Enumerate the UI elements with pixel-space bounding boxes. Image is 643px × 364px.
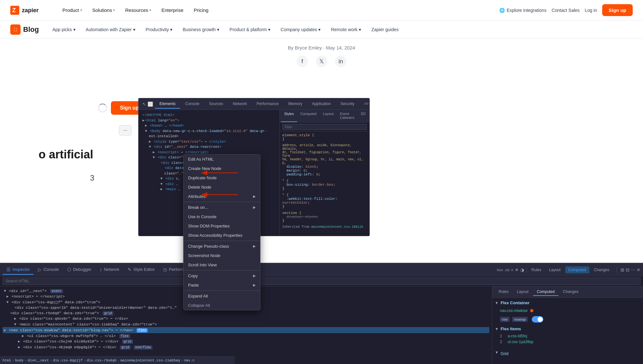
blog-nav-zapier-guides[interactable]: Zapier guides xyxy=(367,24,403,35)
blog-nav-productivity[interactable]: Productivity ▾ xyxy=(141,24,177,35)
tab-inspector[interactable]: ☰ Inspector xyxy=(3,265,33,275)
tab-style-editor[interactable]: ✎ Style Editor xyxy=(124,265,158,275)
ctx-edit-as-html[interactable]: Edit As HTML xyxy=(184,155,260,164)
flex-container-label: Flex Container xyxy=(501,300,530,305)
html-search-input[interactable] xyxy=(3,278,640,285)
blog-nav-business[interactable]: Business growth ▾ xyxy=(178,24,224,35)
tab-rules[interactable]: Rules xyxy=(528,266,545,273)
tab-application[interactable]: Application xyxy=(307,100,335,109)
nav-solutions[interactable]: Solutions ▾ xyxy=(88,5,119,15)
ctx-scroll-into-view[interactable]: Scroll Into View xyxy=(184,260,260,270)
tab-computed-right[interactable]: Computed xyxy=(533,288,558,296)
devtools-cursor-icon[interactable]: ↖ xyxy=(142,102,146,107)
flex-items-label: Flex Items xyxy=(501,326,521,331)
html-line: ▶ <div class="css-q6osbr" data-zds="true… xyxy=(3,316,489,321)
styles-tab-dc[interactable]: DC xyxy=(358,110,369,122)
bc-nav[interactable]: nav.c xyxy=(184,359,195,362)
facebook-icon[interactable]: f xyxy=(296,56,308,67)
tab-changes[interactable]: Changes xyxy=(591,266,612,273)
ctx-show-accessibility[interactable]: Show Accessibility Properties xyxy=(184,231,260,240)
tab-performance[interactable]: Performance xyxy=(252,100,283,109)
tab-security[interactable]: Security xyxy=(336,100,359,109)
bc-div-r5o6q6[interactable]: div.css-r5o6q6 xyxy=(87,359,116,362)
collapse-flex-items-icon[interactable]: ▼ xyxy=(495,327,499,331)
chevron-down-icon: ▾ xyxy=(217,27,219,32)
blog-nav-automation[interactable]: Automation with Zapier ▾ xyxy=(81,24,140,35)
bc-div-8qpjjf[interactable]: div.css-8qpjjf xyxy=(53,359,83,362)
ctx-copy[interactable]: Copy ▶ xyxy=(184,271,260,280)
nav-product[interactable]: Product ▾ xyxy=(59,5,86,15)
light-mode-btn[interactable]: ☀ xyxy=(515,267,519,272)
bc-html[interactable]: html xyxy=(3,359,11,362)
tab-elements[interactable]: Elements xyxy=(155,100,180,109)
tab-memory[interactable]: Memory xyxy=(284,100,307,109)
collapse-grid-icon[interactable]: ▼ xyxy=(495,350,499,355)
login-button[interactable]: Log in xyxy=(585,8,597,13)
tab-console[interactable]: Console xyxy=(181,100,204,109)
tab-layout-right[interactable]: Layout xyxy=(513,288,532,296)
tab-sources[interactable]: Sources xyxy=(204,100,228,109)
blog-nav-product-platform[interactable]: Product & platform ▾ xyxy=(225,24,275,35)
more-options-icon[interactable]: ⋯ xyxy=(631,267,635,272)
tab-console-bottom[interactable]: ▷ Console xyxy=(34,265,63,275)
tab-more[interactable]: >> xyxy=(359,100,373,109)
ctx-use-in-console[interactable]: Use in Console xyxy=(184,212,260,221)
ctx-paste[interactable]: Paste ▶ xyxy=(184,280,260,290)
styles-tab-event-listeners[interactable]: Event Listeners xyxy=(337,110,358,122)
hov-toggle[interactable]: :hov xyxy=(496,268,503,272)
nav-resources[interactable]: Resources ▾ xyxy=(121,5,155,15)
nav-pricing[interactable]: Pricing xyxy=(190,5,213,15)
dock-icon[interactable]: ⊟ xyxy=(626,267,629,272)
explore-integrations-link[interactable]: 🌐 Explore integrations xyxy=(499,8,547,13)
tab-changes-right[interactable]: Changes xyxy=(559,288,582,296)
tab-computed-bottom[interactable]: Computed xyxy=(565,266,589,273)
linkedin-icon[interactable]: in xyxy=(335,56,347,67)
blog-logo[interactable]: □ Blog xyxy=(10,24,39,35)
blog-nav-app-picks[interactable]: App picks ▾ xyxy=(48,24,80,35)
signup-button[interactable]: Sign up xyxy=(602,4,633,16)
annotation-arrow-2 xyxy=(199,191,241,198)
ctx-delete-node[interactable]: Delete Node xyxy=(184,182,260,192)
inherited-from-label: Inherited from main#mainContent.css-1081… xyxy=(282,225,367,229)
cls-toggle[interactable]: .cls xyxy=(504,268,510,272)
ctx-change-pseudo-class[interactable]: Change Pseudo-class ▶ xyxy=(184,242,260,251)
tab-debugger[interactable]: ⬡ Debugger xyxy=(63,265,95,275)
tab-layout[interactable]: Layout xyxy=(546,266,564,273)
bc-div-next[interactable]: div#__next xyxy=(28,359,49,362)
ctx-break-on[interactable]: Break on... ▶ xyxy=(184,203,260,212)
styles-filter-input[interactable] xyxy=(282,124,367,130)
nav-enterprise[interactable]: Enterprise xyxy=(158,5,187,15)
flex-toggle[interactable] xyxy=(532,316,543,323)
html-line: ▶<html lang="en"> xyxy=(141,118,277,123)
contrast-btn[interactable]: ◑ xyxy=(520,267,524,272)
bottom-right-controls: :hov .cls + ☀ ◑ Rules Layout Computed Ch… xyxy=(494,266,640,273)
flex-items-section: ▼ Flex Items xyxy=(495,326,640,331)
styles-tab-styles[interactable]: Styles xyxy=(281,110,297,122)
zapier-logo[interactable]: Z zapier xyxy=(10,5,46,15)
add-rule-btn[interactable]: + xyxy=(511,267,513,272)
collapse-flex-icon[interactable]: ▼ xyxy=(495,301,499,305)
twitter-icon[interactable]: 𝕏 xyxy=(316,56,327,67)
right-panel: Rules Layout Computed Changes ▼ Flex Con… xyxy=(492,286,643,364)
ctx-collapse-all[interactable]: Collapse All xyxy=(184,301,260,310)
ellipsis-button[interactable]: ··· xyxy=(119,125,131,136)
html-line: ▼ <div id="__next" data-reactroot> xyxy=(141,144,277,150)
styles-tab-layout[interactable]: Layout xyxy=(320,110,337,122)
blog-nav-remote-work[interactable]: Remote work ▾ xyxy=(326,24,365,35)
tab-network[interactable]: Network xyxy=(228,100,251,109)
styles-tab-computed[interactable]: Computed xyxy=(297,110,320,122)
close-devtools-btn[interactable]: ✕ xyxy=(637,267,640,272)
contact-sales-link[interactable]: Contact Sales xyxy=(552,8,580,13)
split-view-icon[interactable]: ⊞ xyxy=(620,267,624,272)
annotation-arrow-1 xyxy=(199,170,241,176)
tab-network-bottom[interactable]: ↕ Network xyxy=(96,265,123,275)
bc-main[interactable]: main#mainContent.css-11ab5aq xyxy=(121,359,180,362)
ctx-expand-all[interactable]: Expand All xyxy=(184,291,260,301)
blog-nav-company-updates[interactable]: Company updates ▾ xyxy=(276,24,325,35)
bc-body[interactable]: body xyxy=(15,359,23,362)
flex-nav-label: nav.css-miwksw xyxy=(500,308,640,313)
tab-rules-right[interactable]: Rules xyxy=(495,288,512,296)
devtools-responsive-icon[interactable]: ⬜ xyxy=(148,102,153,107)
ctx-screenshot-node[interactable]: Screenshot Node xyxy=(184,251,260,260)
ctx-show-dom-properties[interactable]: Show DOM Properties xyxy=(184,221,260,231)
